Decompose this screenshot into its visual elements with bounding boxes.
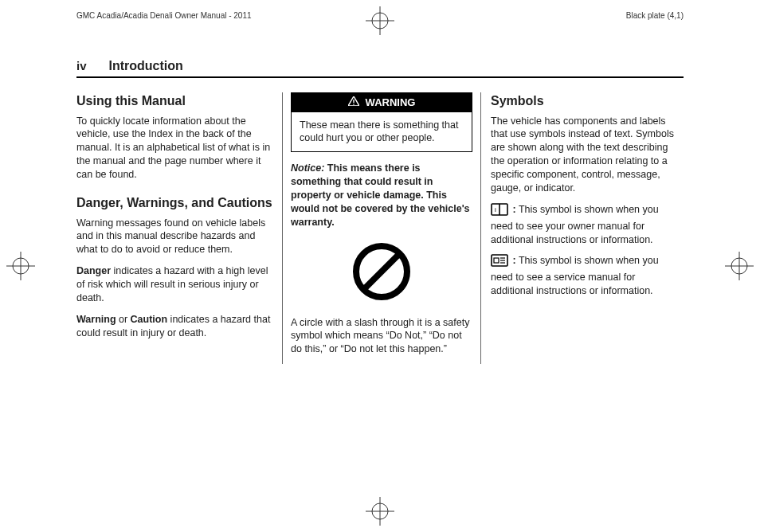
heading-using-manual: Using this Manual: [76, 92, 272, 110]
column-2: WARNING These mean there is something th…: [282, 92, 481, 364]
registration-mark-left: [6, 252, 35, 280]
content-area: iv Introduction Using this Manual To qui…: [76, 59, 684, 484]
prohibition-symbol: [291, 241, 472, 307]
para-danger: Danger indicates a hazard with a high le…: [76, 264, 272, 305]
column-3: Symbols The vehicle has components and l…: [481, 92, 684, 364]
section-title: Introduction: [109, 59, 183, 73]
service-manual-icon: [491, 254, 508, 271]
owner-manual-text: This symbol is shown when you need to se…: [491, 204, 659, 245]
svg-point-13: [353, 104, 355, 105]
registration-mark-top: [366, 6, 394, 35]
page: GMC Acadia/Acadia Denali Owner Manual - …: [0, 0, 760, 532]
para-index-info: To quickly locate information about the …: [76, 115, 272, 182]
heading-symbols: Symbols: [491, 92, 676, 110]
para-symbols-intro: The vehicle has components and labels th…: [491, 115, 676, 195]
caution-label: Caution: [131, 314, 168, 325]
para-warning-messages: Warning messages found on vehicle labels…: [76, 217, 272, 257]
svg-rect-20: [494, 258, 499, 263]
plate-info: Black plate (4,1): [626, 11, 684, 20]
owner-manual-icon: i: [491, 203, 508, 220]
notice-block: Notice: This means there is something th…: [291, 162, 472, 229]
warning-label: Warning: [76, 314, 116, 325]
service-manual-text: This symbol is shown when you need to se…: [491, 255, 659, 296]
warning-title: WARNING: [366, 96, 416, 110]
or-text: or: [116, 314, 131, 325]
danger-label: Danger: [76, 265, 111, 276]
warning-header: WARNING: [292, 93, 472, 112]
warning-body: These mean there is something that could…: [292, 112, 472, 152]
svg-text:i: i: [495, 206, 496, 213]
registration-mark-bottom: [366, 497, 394, 526]
page-header: iv Introduction: [76, 59, 684, 78]
warning-box: WARNING These mean there is something th…: [291, 92, 472, 152]
warning-triangle-icon: [348, 96, 359, 110]
manual-title: GMC Acadia/Acadia Denali Owner Manual - …: [76, 11, 252, 20]
column-1: Using this Manual To quickly locate info…: [76, 92, 282, 364]
para-warning-caution: Warning or Caution indicates a hazard th…: [76, 313, 272, 340]
page-number: iv: [76, 59, 87, 72]
registration-mark-right: [725, 252, 754, 280]
para-owner-manual-symbol: i : This symbol is shown when you need t…: [491, 203, 676, 247]
notice-label: Notice:: [291, 162, 324, 174]
para-service-manual-symbol: : This symbol is shown when you need to …: [491, 254, 676, 298]
para-circle-explain: A circle with a slash through it is a sa…: [291, 316, 472, 357]
columns: Using this Manual To quickly locate info…: [76, 92, 684, 364]
heading-danger-warnings: Danger, Warnings, and Cautions: [76, 194, 272, 212]
svg-line-15: [364, 254, 399, 289]
